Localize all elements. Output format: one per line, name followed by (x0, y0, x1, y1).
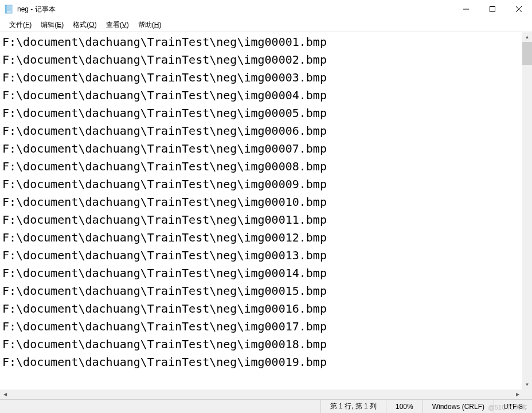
notepad-icon (5, 5, 14, 14)
horizontal-scrollbar-row: ◀ ▶ (0, 389, 532, 399)
menu-view[interactable]: 查看(V) (101, 19, 134, 31)
menu-format[interactable]: 格式(O) (68, 19, 101, 31)
close-button[interactable] (506, 0, 532, 18)
minimize-icon (463, 6, 469, 12)
vertical-scrollbar[interactable]: ▲ ▼ (522, 32, 532, 389)
text-editor[interactable]: F:\document\dachuang\TrainTest\neg\img00… (0, 32, 522, 389)
scroll-down-button[interactable]: ▼ (522, 380, 532, 389)
statusbar: 第 1 行, 第 1 列 100% Windows (CRLF) UTF-8 @… (0, 399, 532, 413)
maximize-button[interactable] (479, 0, 506, 18)
menubar: 文件(F) 编辑(E) 格式(O) 查看(V) 帮助(H) (0, 18, 532, 32)
menu-help[interactable]: 帮助(H) (134, 19, 166, 31)
horizontal-scrollbar[interactable]: ◀ ▶ (0, 389, 522, 399)
menu-file[interactable]: 文件(F) (5, 19, 36, 31)
menu-edit[interactable]: 编辑(E) (36, 19, 68, 31)
svg-rect-5 (5, 5, 6, 13)
status-position: 第 1 行, 第 1 列 (320, 400, 386, 413)
status-line-ending: Windows (CRLF) (423, 400, 494, 413)
close-icon (516, 6, 522, 12)
scroll-thumb[interactable] (522, 42, 532, 65)
maximize-icon (490, 6, 495, 12)
titlebar: neg - 记事本 (0, 0, 532, 18)
status-zoom: 100% (386, 400, 423, 413)
minimize-button[interactable] (453, 0, 479, 18)
scroll-left-button[interactable]: ◀ (0, 389, 10, 399)
window-title: neg - 记事本 (17, 5, 453, 14)
window-controls (453, 0, 532, 18)
svg-rect-7 (490, 7, 495, 12)
content-area: F:\document\dachuang\TrainTest\neg\img00… (0, 32, 532, 389)
scroll-up-button[interactable]: ▲ (522, 32, 532, 42)
scroll-right-button[interactable]: ▶ (513, 389, 522, 399)
status-encoding: UTF-8 (494, 400, 532, 413)
scrollbar-corner (522, 389, 532, 399)
